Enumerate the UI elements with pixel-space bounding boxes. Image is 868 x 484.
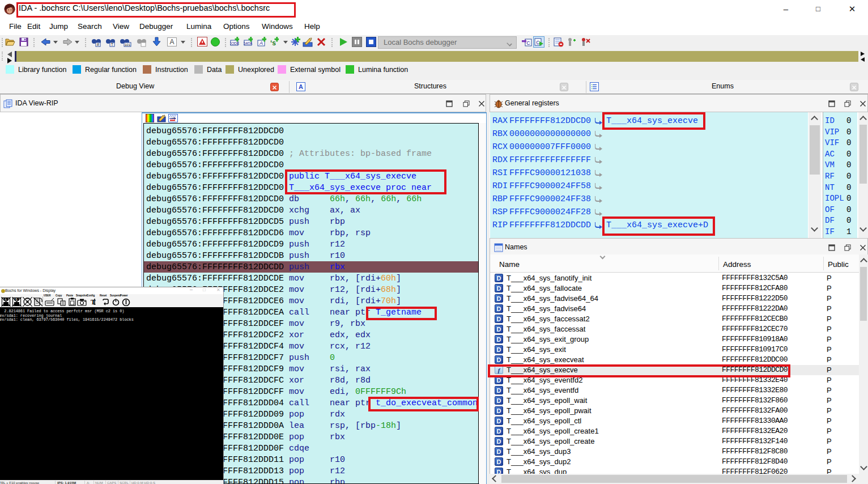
svg-text:A: A [259,40,263,46]
svg-text:#: # [97,43,99,46]
svg-text:C: C [526,40,530,46]
svg-text:A:: A: [5,298,7,301]
svg-text:101: 101 [125,43,131,46]
svg-text:B:: B: [15,298,18,301]
svg-text:CD: CD [26,297,29,300]
svg-text:CODE: CODE [230,41,240,45]
svg-text:DATA: DATA [244,41,253,45]
svg-text:‘s: ‘s [270,39,276,47]
svg-text:T: T [111,43,114,46]
